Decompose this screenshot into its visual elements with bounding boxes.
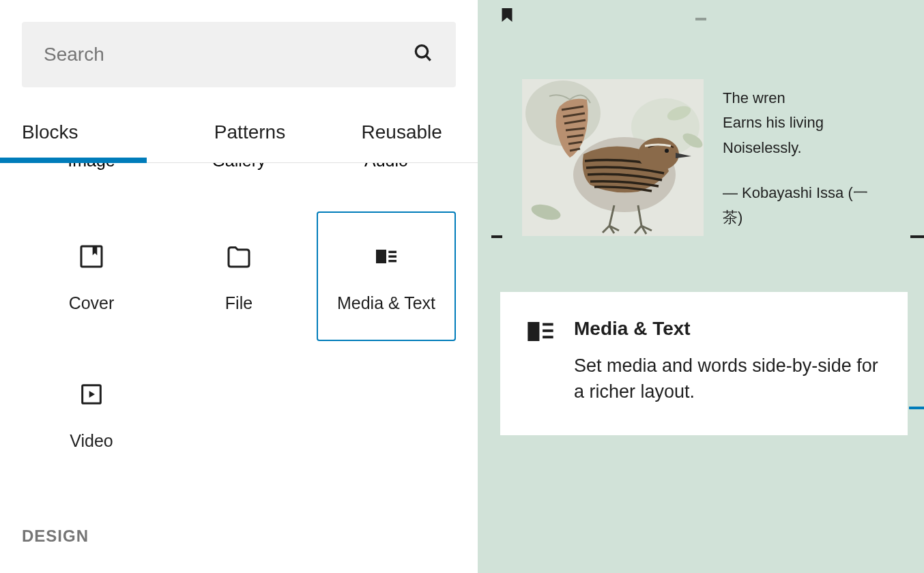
blocks-list: Image Gallery Audio Cover: [0, 163, 478, 573]
poem-line: Noiselessly.: [723, 136, 880, 160]
svg-rect-3: [376, 250, 386, 263]
block-item-media-text[interactable]: Media & Text: [317, 211, 456, 341]
block-item-file[interactable]: File: [169, 211, 308, 341]
block-label: Cover: [69, 293, 115, 313]
info-description: Set media and words side-by-side for a r…: [574, 353, 880, 405]
file-icon: [225, 240, 252, 273]
search-input[interactable]: [44, 44, 412, 65]
block-label: Media & Text: [337, 293, 435, 313]
block-row-partial: Image Gallery Audio: [22, 163, 456, 171]
search-icon: [412, 42, 434, 67]
svg-line-1: [427, 56, 431, 61]
block-item-cover[interactable]: Cover: [22, 211, 161, 341]
poem-attribution: — Kobayashi Issa (一茶): [723, 181, 880, 231]
cover-icon: [78, 240, 105, 273]
svg-rect-5: [388, 255, 396, 257]
resize-handle-left[interactable]: [491, 235, 502, 238]
poem-line: Earns his living: [723, 111, 880, 135]
media-text-icon: [373, 240, 400, 273]
search-container: [0, 0, 478, 87]
bookmark-icon: [502, 8, 512, 25]
poem-line: The wren: [723, 86, 880, 111]
block-label: File: [225, 293, 252, 313]
svg-rect-4: [388, 250, 396, 252]
svg-point-13: [665, 149, 669, 153]
block-item-audio[interactable]: Audio: [317, 163, 456, 171]
svg-point-0: [416, 46, 427, 57]
resize-handle-top[interactable]: [695, 18, 706, 20]
tab-reusable[interactable]: Reusable: [326, 106, 478, 162]
video-icon: [78, 378, 105, 411]
block-info-card: Media & Text Set media and words side-by…: [500, 292, 908, 435]
info-title: Media & Text: [574, 318, 880, 340]
block-item-gallery[interactable]: Gallery: [169, 163, 308, 171]
block-inserter-panel: Blocks Patterns Reusable Image Gallery A…: [0, 0, 478, 573]
section-design-header: DESIGN: [22, 527, 456, 546]
preview-text: The wren Earns his living Noiselessly. —…: [723, 79, 880, 236]
resize-handle-right[interactable]: [910, 235, 924, 238]
block-preview-panel: The wren Earns his living Noiselessly. —…: [478, 0, 924, 573]
search-box[interactable]: [22, 22, 456, 87]
block-item-video[interactable]: Video: [22, 349, 161, 479]
svg-rect-6: [388, 260, 396, 262]
selection-edge-indicator: [909, 407, 924, 409]
tab-patterns[interactable]: Patterns: [174, 106, 326, 162]
preview-image: [522, 79, 704, 236]
svg-rect-18: [543, 323, 553, 326]
block-item-image[interactable]: Image: [22, 163, 161, 171]
tab-blocks[interactable]: Blocks: [0, 106, 174, 162]
inserter-tabs: Blocks Patterns Reusable: [0, 106, 478, 163]
svg-rect-20: [543, 336, 553, 338]
svg-rect-17: [528, 322, 539, 341]
svg-rect-19: [543, 329, 553, 332]
media-text-icon: [528, 318, 553, 405]
media-text-preview: The wren Earns his living Noiselessly. —…: [522, 79, 880, 236]
block-label: Video: [70, 431, 113, 451]
svg-rect-2: [81, 246, 102, 267]
info-content: Media & Text Set media and words side-by…: [574, 318, 880, 405]
svg-point-12: [638, 138, 679, 171]
